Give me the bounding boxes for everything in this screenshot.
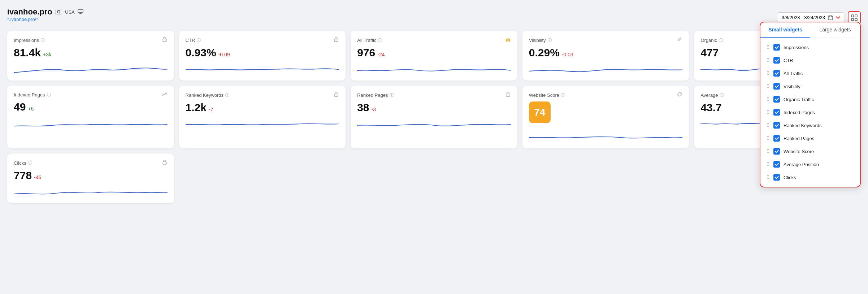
widget-option-organic-traffic[interactable]: ⠿ Organic Traffic	[760, 93, 860, 106]
site-title: ivanhoe.pro	[7, 7, 52, 17]
all-traffic-value: 976 -24	[357, 47, 511, 59]
widget-all-traffic: All Traffic ⓘ 976 -24	[351, 31, 517, 81]
impressions-label: Impressions ⓘ	[14, 38, 45, 43]
widget-option-website-score[interactable]: ⠿ Website Score	[760, 145, 860, 158]
all-traffic-chart	[357, 62, 511, 75]
clicks-chart	[14, 185, 168, 198]
drag-handle-icon: ⠿	[766, 148, 770, 154]
checkbox-ctr[interactable]	[773, 57, 780, 64]
svg-rect-2	[851, 15, 854, 17]
visibility-info-icon[interactable]: ⓘ	[548, 38, 552, 43]
drag-handle-icon: ⠿	[766, 83, 770, 89]
site-meta: G USA	[55, 9, 83, 15]
visibility-label: Visibility ⓘ	[529, 38, 552, 43]
drag-handle-icon: ⠿	[766, 135, 770, 141]
visibility-edit-icon[interactable]	[677, 36, 682, 44]
organic-traffic-info-icon[interactable]: ⓘ	[719, 38, 723, 43]
ranked-keywords-lock-icon[interactable]	[333, 91, 339, 99]
organic-traffic-label: Organic ⓘ	[700, 38, 723, 43]
website-score-badge: 74	[529, 101, 683, 127]
ranked-pages-value: 38 -3	[357, 101, 511, 114]
svg-rect-7	[334, 39, 338, 42]
checkbox-clicks[interactable]	[773, 174, 780, 181]
page-header: ivanhoe.pro G USA *.ivanhoe.pro/* 3/8/20…	[7, 7, 861, 28]
svg-rect-3	[855, 15, 857, 17]
indexed-pages-trend-icon[interactable]	[162, 91, 168, 98]
widgets-row-2: Indexed Pages ⓘ 49 +6 Ranked Keywords	[7, 86, 861, 148]
widget-checklist: ⠿ Impressions ⠿ CTR ⠿ All Traff	[760, 38, 860, 187]
widget-clicks: Clicks ⓘ 778 -46	[7, 154, 174, 203]
website-score-refresh-icon[interactable]	[677, 91, 682, 99]
svg-rect-15	[163, 162, 166, 164]
svg-rect-4	[851, 18, 854, 21]
ranked-pages-lock-icon[interactable]	[505, 91, 511, 99]
all-traffic-label: All Traffic ⓘ	[357, 38, 382, 43]
date-range-picker[interactable]: 3/8/2023 - 3/24/2023	[777, 12, 845, 23]
drag-handle-icon: ⠿	[766, 122, 770, 128]
ranked-keywords-chart	[186, 117, 339, 130]
checkbox-ranked-pages[interactable]	[773, 135, 780, 142]
widget-ranked-pages: Ranked Pages ⓘ 38 -3	[351, 86, 517, 148]
clicks-lock-icon[interactable]	[162, 159, 168, 167]
widget-option-clicks[interactable]: ⠿ Clicks	[760, 171, 860, 184]
widget-visibility: Visibility ⓘ 0.29% -0.03	[522, 31, 689, 81]
widget-option-visibility[interactable]: ⠿ Visibility	[760, 80, 860, 93]
site-link[interactable]: *.ivanhoe.pro/*	[7, 17, 83, 22]
checkbox-website-score[interactable]	[773, 148, 780, 155]
widget-option-average-position[interactable]: ⠿ Average Position	[760, 158, 860, 171]
checkbox-all-traffic[interactable]	[773, 70, 780, 77]
ctr-info-icon[interactable]: ⓘ	[197, 38, 201, 43]
widget-option-ranked-keywords[interactable]: ⠿ Ranked Keywords	[760, 119, 860, 132]
all-traffic-bar-icon[interactable]	[505, 36, 511, 44]
impressions-chart	[14, 62, 168, 75]
svg-rect-13	[506, 94, 510, 96]
widget-type-tabs: Small widgets Large widgets	[760, 22, 860, 38]
ranked-keywords-label: Ranked Keywords ⓘ	[186, 92, 230, 98]
drag-handle-icon: ⠿	[766, 174, 770, 180]
ctr-value: 0.93% -0.09	[186, 47, 339, 59]
visibility-value: 0.29% -0.03	[529, 47, 683, 59]
clicks-label: Clicks ⓘ	[14, 160, 32, 166]
g-badge: G	[55, 9, 62, 15]
svg-rect-5	[855, 18, 857, 21]
checkbox-indexed-pages[interactable]	[773, 109, 780, 116]
widget-option-all-traffic[interactable]: ⠿ All Traffic	[760, 67, 860, 80]
widget-option-ranked-pages[interactable]: ⠿ Ranked Pages	[760, 132, 860, 145]
ctr-lock-icon[interactable]	[333, 36, 339, 44]
checkbox-visibility[interactable]	[773, 83, 780, 90]
indexed-pages-info-icon[interactable]: ⓘ	[47, 92, 51, 98]
website-score-info-icon[interactable]: ⓘ	[561, 92, 565, 98]
widget-option-indexed-pages[interactable]: ⠿ Indexed Pages	[760, 106, 860, 119]
svg-rect-9	[507, 38, 508, 42]
indexed-pages-chart	[14, 117, 168, 130]
country-label: USA	[65, 9, 75, 15]
tab-large-widgets[interactable]: Large widgets	[810, 22, 860, 38]
impressions-lock-icon[interactable]	[162, 36, 168, 44]
drag-handle-icon: ⠿	[766, 57, 770, 63]
widget-option-impressions[interactable]: ⠿ Impressions	[760, 41, 860, 54]
ranked-keywords-info-icon[interactable]: ⓘ	[225, 92, 229, 98]
date-range-value: 3/8/2023 - 3/24/2023	[782, 15, 825, 20]
drag-handle-icon: ⠿	[766, 96, 770, 102]
clicks-value: 778 -46	[14, 169, 168, 182]
ctr-chart	[186, 62, 339, 75]
checkbox-impressions[interactable]	[773, 44, 780, 51]
average-position-info-icon[interactable]: ⓘ	[720, 92, 724, 98]
ranked-pages-label: Ranked Pages ⓘ	[357, 92, 394, 98]
impressions-info-icon[interactable]: ⓘ	[41, 38, 45, 43]
drag-handle-icon: ⠿	[766, 44, 770, 50]
clicks-info-icon[interactable]: ⓘ	[28, 160, 32, 166]
svg-rect-6	[163, 39, 166, 42]
widget-option-ctr[interactable]: ⠿ CTR	[760, 54, 860, 67]
impressions-value: 81.4k +3k	[14, 47, 168, 59]
ranked-pages-info-icon[interactable]: ⓘ	[390, 92, 394, 98]
checkbox-organic-traffic[interactable]	[773, 96, 780, 103]
average-position-label: Average ⓘ	[700, 92, 724, 98]
tab-small-widgets[interactable]: Small widgets	[760, 22, 810, 38]
indexed-pages-label: Indexed Pages ⓘ	[14, 92, 51, 98]
widgets-row-3: Clicks ⓘ 778 -46	[7, 154, 861, 203]
checkbox-ranked-keywords[interactable]	[773, 122, 780, 129]
checkbox-average-position[interactable]	[773, 161, 780, 168]
drag-handle-icon: ⠿	[766, 109, 770, 115]
all-traffic-info-icon[interactable]: ⓘ	[378, 38, 382, 43]
